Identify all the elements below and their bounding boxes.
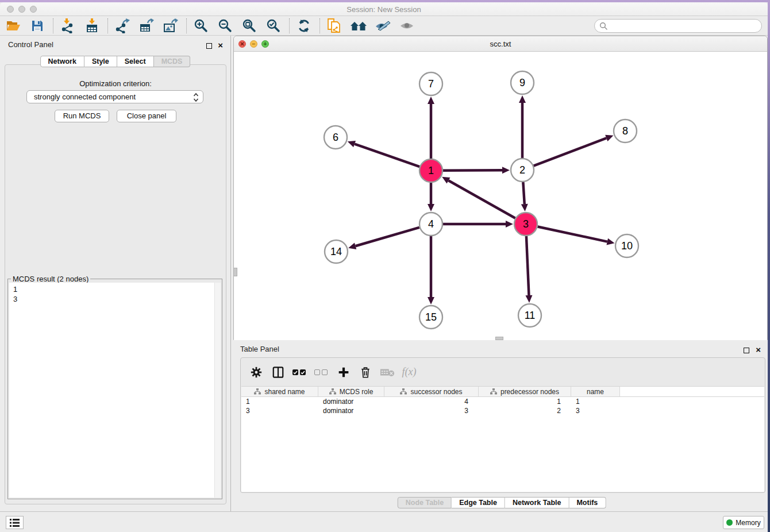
cell-name[interactable]: 3 xyxy=(571,406,620,415)
vertical-scrollbar-thumb[interactable] xyxy=(233,268,237,276)
cell-mcds-role[interactable]: dominator xyxy=(318,406,384,415)
tab-mcds[interactable]: MCDS xyxy=(154,56,191,67)
zoom-fit-button[interactable] xyxy=(241,17,258,34)
import-table-button[interactable] xyxy=(83,17,101,34)
edge-4-3[interactable] xyxy=(443,221,513,228)
select-all-columns-button[interactable] xyxy=(292,365,307,380)
import-network-button[interactable] xyxy=(59,17,76,34)
criterion-select[interactable]: strongly connected component xyxy=(26,90,203,103)
tab-style[interactable]: Style xyxy=(84,56,117,67)
table-header-row: shared nameMCDS rolesuccessor nodesprede… xyxy=(241,386,764,397)
mcds-result-title: MCDS result (2 nodes) xyxy=(11,275,90,283)
tab-network[interactable]: Network xyxy=(40,56,84,67)
node-11[interactable]: 11 xyxy=(518,304,541,327)
node-14[interactable]: 14 xyxy=(325,240,348,263)
node-3[interactable]: 3 xyxy=(514,213,537,236)
column-header-mcds-role[interactable]: MCDS role xyxy=(318,387,384,396)
cell-name[interactable]: 1 xyxy=(571,397,620,406)
network-window-titlebar[interactable]: ✕ − + scc.txt xyxy=(234,36,767,52)
edge-1-7[interactable] xyxy=(428,97,434,159)
attribute-settings-button[interactable] xyxy=(249,365,264,380)
edge-4-15[interactable] xyxy=(428,236,434,304)
show-all-button[interactable] xyxy=(398,17,415,34)
edge-1-6[interactable] xyxy=(348,141,419,167)
export-image-button[interactable] xyxy=(162,17,179,34)
deselect-all-columns-button[interactable] xyxy=(314,365,329,380)
task-history-button[interactable] xyxy=(6,516,24,529)
tab-node-table[interactable]: Node Table xyxy=(398,497,452,508)
node-8[interactable]: 8 xyxy=(614,119,637,142)
zoom-out-button[interactable] xyxy=(217,17,234,34)
edge-1-4[interactable] xyxy=(428,183,434,211)
export-table-icon xyxy=(139,18,154,33)
mcds-result-list[interactable]: 1 3 xyxy=(9,283,221,498)
edge-1-2[interactable] xyxy=(443,167,510,174)
node-15[interactable]: 15 xyxy=(419,306,442,329)
delete-table-button[interactable] xyxy=(380,365,395,380)
cell-mcds-role[interactable]: dominator xyxy=(318,397,384,406)
delete-column-button[interactable] xyxy=(358,365,373,380)
save-session-button[interactable] xyxy=(29,17,46,34)
export-table-button[interactable] xyxy=(138,17,155,34)
cell-successor-nodes[interactable]: 4 xyxy=(384,397,479,406)
refresh-button[interactable] xyxy=(295,17,313,34)
export-network-button[interactable] xyxy=(114,17,131,34)
node-2[interactable]: 2 xyxy=(511,159,534,182)
tab-network-table[interactable]: Network Table xyxy=(505,497,569,508)
table-row[interactable]: 1dominator411 xyxy=(241,397,764,406)
tab-motifs[interactable]: Motifs xyxy=(569,497,606,508)
memory-button[interactable]: Memory xyxy=(723,516,764,529)
network-graph[interactable]: 7968124314101511 xyxy=(234,52,767,340)
close-panel-button[interactable]: Close panel xyxy=(117,110,176,122)
edge-2-9[interactable] xyxy=(519,95,526,158)
cell-predecessor-nodes[interactable]: 2 xyxy=(479,406,571,415)
result-scrollbar[interactable] xyxy=(214,283,221,498)
cell-shared-name[interactable]: 3 xyxy=(241,406,318,415)
column-header-successor-nodes[interactable]: successor nodes xyxy=(384,387,479,396)
show-column-panel-button[interactable] xyxy=(271,365,286,380)
cell-shared-name[interactable]: 1 xyxy=(241,397,318,406)
edge-2-3[interactable] xyxy=(521,182,528,211)
edge-3-10[interactable] xyxy=(538,226,615,245)
svg-text:9: 9 xyxy=(519,77,525,88)
open-session-button[interactable] xyxy=(5,17,22,34)
edge-2-8[interactable] xyxy=(534,135,614,166)
table-row[interactable]: 3dominator323 xyxy=(241,406,764,415)
tab-edge-table[interactable]: Edge Table xyxy=(452,497,505,508)
node-10[interactable]: 10 xyxy=(615,234,638,257)
column-header-shared-name[interactable]: shared name xyxy=(241,387,318,396)
edge-4-14[interactable] xyxy=(348,228,419,249)
node-6[interactable]: 6 xyxy=(324,126,347,149)
column-header-predecessor-nodes[interactable]: predecessor nodes xyxy=(479,387,571,396)
cell-predecessor-nodes[interactable]: 1 xyxy=(479,397,571,406)
control-panel-close-button[interactable]: × xyxy=(218,40,223,51)
horizontal-scrollbar-thumb[interactable] xyxy=(495,337,503,340)
column-header-name[interactable]: name xyxy=(571,387,620,396)
node-1[interactable]: 1 xyxy=(419,159,442,182)
node-9[interactable]: 9 xyxy=(511,71,534,94)
function-builder-button[interactable]: f(x) xyxy=(402,365,417,380)
edge-3-1[interactable] xyxy=(442,177,515,218)
edge-3-11[interactable] xyxy=(525,236,532,303)
search-input[interactable] xyxy=(594,19,762,33)
table-panel-close-button[interactable]: × xyxy=(756,345,761,355)
run-mcds-button[interactable]: Run MCDS xyxy=(55,110,109,122)
zoom-out-icon xyxy=(218,18,233,33)
control-panel: Control Panel × NetworkStyleSelectMCDS O… xyxy=(0,36,231,511)
control-panel-float-button[interactable] xyxy=(206,43,212,49)
search-icon xyxy=(599,22,608,30)
open-network-file-button[interactable] xyxy=(326,17,343,34)
network-canvas[interactable]: 7968124314101511 xyxy=(234,52,767,340)
node-7[interactable]: 7 xyxy=(419,72,442,95)
hide-selected-button[interactable] xyxy=(374,17,391,34)
tab-select[interactable]: Select xyxy=(117,56,154,67)
network-window: ✕ − + scc.txt 7968124314101511 xyxy=(233,36,768,340)
checked-checkbox-icon xyxy=(300,369,306,375)
table-panel-float-button[interactable] xyxy=(744,348,749,353)
zoom-in-button[interactable] xyxy=(192,17,210,34)
zoom-selected-button[interactable] xyxy=(265,17,282,34)
cell-successor-nodes[interactable]: 3 xyxy=(384,406,479,415)
add-column-button[interactable] xyxy=(336,365,351,380)
node-4[interactable]: 4 xyxy=(419,213,442,236)
home-button[interactable] xyxy=(350,17,367,34)
